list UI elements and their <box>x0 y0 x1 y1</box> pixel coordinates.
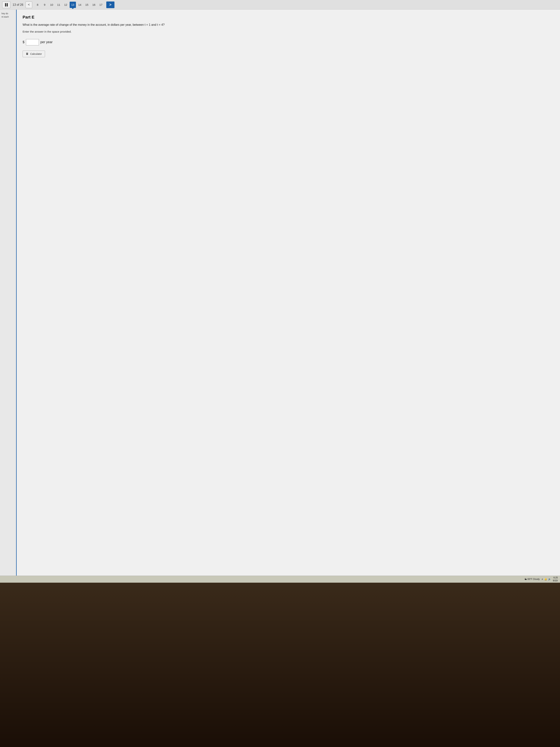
page-num-17[interactable]: 17 <box>98 2 104 8</box>
weather-icon: 🌥 <box>525 578 527 581</box>
taskbar-icons: ∧ 🔔 🔊 <box>541 578 551 581</box>
calculator-icon: 🖩 <box>26 52 29 56</box>
next-button[interactable]: > <box>106 1 114 8</box>
page-num-12[interactable]: 12 <box>62 2 69 8</box>
next-arrow-icon: > <box>109 3 111 7</box>
calculator-label: Calculator <box>30 52 42 55</box>
taskbar: 🌥 69°F Cloudy ∧ 🔔 🔊 6:25 9/20/ <box>0 576 560 583</box>
system-tray-icon1: ∧ <box>541 578 543 581</box>
answer-row: $ per year <box>23 39 554 45</box>
page-num-13[interactable]: 13 <box>70 2 76 8</box>
page-num-16[interactable]: 16 <box>91 2 97 8</box>
left-sidebar: hey do nt each <box>0 10 17 576</box>
sidebar-text-1: hey do <box>1 12 15 15</box>
desk-area <box>0 583 560 747</box>
top-nav: 13 of 26 < 891011121314151617 > <box>0 0 560 10</box>
clock-info: 6:25 9/20/ <box>553 576 558 583</box>
pause-bar-left <box>5 3 6 6</box>
pause-bar-right <box>7 3 8 6</box>
page-num-14[interactable]: 14 <box>77 2 83 8</box>
calculator-button[interactable]: 🖩 Calculator <box>23 51 45 57</box>
weather-info: 🌥 69°F Cloudy <box>525 578 540 581</box>
clock-time: 6:25 <box>553 576 558 579</box>
part-title: Part E <box>23 15 554 20</box>
page-num-15[interactable]: 15 <box>84 2 90 8</box>
dollar-sign: $ <box>23 40 24 44</box>
weather-text: 69°F Cloudy <box>527 578 540 581</box>
prev-arrow-button[interactable]: < <box>26 1 32 8</box>
page-num-8[interactable]: 8 <box>34 2 41 8</box>
question-text: What is the average rate of change of th… <box>23 23 554 27</box>
main-content: Part E What is the average rate of chang… <box>17 10 560 576</box>
instruction-text: Enter the answer in the space provided. <box>23 30 554 34</box>
answer-input[interactable] <box>26 39 39 45</box>
page-numbers-container: 891011121314151617 <box>34 2 104 8</box>
pause-button[interactable] <box>2 1 10 8</box>
system-tray-icon2: 🔔 <box>544 578 547 581</box>
taskbar-right: 🌥 69°F Cloudy ∧ 🔔 🔊 6:25 9/20/ <box>525 576 558 583</box>
page-num-10[interactable]: 10 <box>49 2 55 8</box>
per-year-label: per year <box>41 40 53 44</box>
page-num-9[interactable]: 9 <box>42 2 48 8</box>
system-tray-icon3: 🔊 <box>548 578 551 581</box>
page-num-11[interactable]: 11 <box>56 2 62 8</box>
prev-arrow-icon: < <box>28 3 30 7</box>
sidebar-text-2: nt each <box>1 15 15 19</box>
page-counter: 13 of 26 <box>12 3 23 6</box>
content-area: hey do nt each Part E What is the averag… <box>0 10 560 576</box>
clock-date: 9/20/ <box>553 579 558 582</box>
